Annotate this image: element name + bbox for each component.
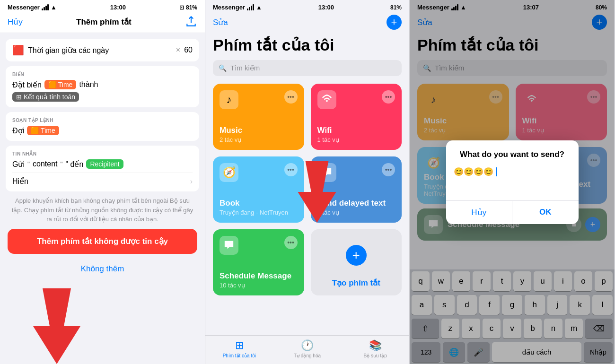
cursor-p3 (496, 167, 499, 176)
wait-content: Đợi 🟧 Time (12, 126, 193, 135)
page-title-p2: Phím tắt của tôi (205, 34, 409, 60)
tab-shortcuts-icon: ⊞ (235, 339, 244, 352)
var-time: Time (58, 81, 73, 88)
wifi-menu-btn[interactable]: ••• (382, 90, 395, 104)
schedule-card-icon (220, 236, 238, 255)
panel-1: Messenger ▲ 13:00 ⊡ 81% Hủy Thêm phím tắ… (0, 0, 205, 364)
card-schedule-p2[interactable]: ••• Schedule Message 10 tác vụ (213, 229, 304, 295)
card-wifi-p2[interactable]: ••• Wifi 1 tác vụ (311, 84, 402, 150)
calc-label: Kết quả tính toán (24, 93, 75, 101)
days-x: × (176, 46, 180, 54)
cancel-button-p1[interactable]: Hủy (8, 17, 23, 27)
dialog-cancel-btn-p3[interactable]: Hủy (446, 201, 513, 224)
scroll-content-p1: 🟥 Thời gian giữa các ngày × 60 BIẾN Đặt … (0, 33, 205, 364)
music-menu-btn[interactable]: ••• (284, 90, 298, 104)
dialog-ok-btn-p3[interactable]: OK (512, 201, 579, 224)
tab-collection-p2[interactable]: 📚 Bộ sưu tập (341, 339, 409, 358)
book-menu-btn[interactable]: ••• (284, 163, 298, 176)
navbar-p1: Hủy Thêm phím tắt (0, 13, 205, 33)
variable-block: BIẾN Đặt biến 🟧 Time thành ⊞ Kết quả tín… (6, 66, 199, 107)
script-section-label: SOẠN TẬP LỆNH (12, 118, 193, 123)
send-pre: Gửi (12, 160, 25, 169)
battery-p2: 81% (390, 4, 402, 11)
carrier-p1: Messenger (8, 4, 40, 11)
nav-title-p1: Thêm phím tắt (76, 17, 132, 27)
send-menu-btn[interactable]: ••• (382, 163, 395, 176)
time-p2: 13:00 (318, 4, 334, 11)
navbar-p2: Sửa + (205, 13, 409, 34)
add-untrusted-button[interactable]: Thêm phím tắt không được tin cậy (8, 229, 197, 254)
dialog-box-p3: What do you want to send? 😊😊😊😊 Hủy OK (446, 140, 579, 224)
book-card-icon: 🧭 (220, 163, 238, 182)
script-block: SOẠN TẬP LỆNH Đợi 🟧 Time (6, 112, 199, 141)
schedule-card-subtitle: 10 tác vụ (220, 282, 298, 289)
status-left-p2: Messenger ▲ (213, 4, 262, 11)
dialog-overlay-p3: What do you want to send? 😊😊😊😊 Hủy OK (410, 0, 615, 364)
add-icon-p2: + (391, 16, 397, 28)
dialog-content-p3: 😊😊😊😊 (454, 167, 493, 176)
send-card-icon (317, 163, 336, 182)
calc-badge: ⊞ Kết quả tính toán (12, 92, 79, 102)
schedule-menu-btn[interactable]: ••• (284, 236, 298, 249)
panel-3: Messenger ▲ 13:07 80% Sửa + Phím tắt của… (410, 0, 615, 364)
share-icon-p1[interactable] (185, 16, 197, 28)
status-left-p1: Messenger ▲ (8, 4, 57, 11)
create-add-btn[interactable]: + (346, 245, 367, 266)
dialog-buttons-p3: Hủy OK (446, 201, 579, 224)
wait-var: Time (41, 127, 55, 134)
card-create-p2[interactable]: + Tạo phím tắt (311, 229, 402, 295)
warning-text-p1: Apple khuyến khích bạn không chạy phím t… (6, 196, 199, 224)
music-card-subtitle: 2 tác vụ (220, 136, 298, 143)
tab-automation-label: Tự động hóa (294, 353, 321, 358)
no-add-button[interactable]: Không thêm (6, 259, 199, 279)
add-button-p2[interactable]: + (387, 15, 402, 30)
content-text: content (33, 160, 57, 168)
tab-automation-icon: 🕐 (301, 339, 314, 352)
book-card-name: Book (220, 199, 298, 208)
variable-section-label: BIẾN (12, 72, 193, 77)
edit-button-p2[interactable]: Sửa (213, 17, 228, 27)
dialog-input-p3[interactable]: 😊😊😊😊 (446, 163, 579, 201)
recipient-badge: Recipitent (86, 159, 123, 169)
message-section-label: TIN NHẮN (12, 151, 193, 156)
status-right-p2: 81% (390, 4, 402, 11)
chevron-right-icon[interactable]: › (190, 177, 193, 186)
calc-icon: ⊞ (16, 93, 22, 101)
message-block: TIN NHẮN Gửi " content " " đến Recipiten… (6, 146, 199, 191)
var-pre: Đặt biến (12, 80, 42, 89)
carrier-p2: Messenger (213, 4, 245, 11)
variable-content: Đặt biến 🟧 Time thành (12, 80, 193, 89)
search-placeholder-p2: Tìm kiếm (230, 64, 260, 72)
wifi-card-name: Wifi (317, 126, 395, 135)
card-music-p2[interactable]: ♪ ••• Music 2 tác vụ (213, 84, 304, 150)
calendar-icon: 🟥 (12, 44, 24, 56)
var-post: thành (79, 80, 98, 89)
wifi-icon-p2: ▲ (256, 4, 262, 11)
tab-bar-p2: ⊞ Phím tắt của tôi 🕐 Tự động hóa 📚 Bộ sư… (205, 335, 409, 364)
var-x-icon: 🟧 (48, 81, 56, 88)
status-bar-p1: Messenger ▲ 13:00 ⊡ 81% (0, 0, 205, 13)
send-card-subtitle: 9 tác vụ (317, 209, 395, 216)
time-variable-badge: 🟧 Time (44, 80, 77, 89)
days-label: Thời gian giữa các ngày (28, 46, 172, 55)
battery-p1: 81% (186, 4, 197, 11)
recipient-text: Recipitent (90, 160, 119, 168)
tab-my-shortcuts-p2[interactable]: ⊞ Phím tắt của tôi (205, 339, 273, 358)
days-num: 60 (184, 46, 193, 54)
show-label: Hiển (12, 177, 28, 186)
battery-icon-p1: ⊡ (179, 4, 184, 11)
music-card-icon: ♪ (220, 90, 238, 109)
tab-collection-icon: 📚 (369, 339, 382, 352)
search-bar-p2[interactable]: 🔍 Tìm kiếm (213, 60, 402, 76)
tab-automation-p2[interactable]: 🕐 Tự động hóa (273, 339, 342, 358)
send-content: Gửi " content " " đến Recipitent Hiển › (12, 159, 193, 186)
tab-shortcuts-label: Phím tắt của tôi (223, 353, 256, 358)
wifi-card-icon (317, 90, 336, 109)
wait-pre: Đợi (12, 126, 24, 135)
create-card-name: Tạo phím tắt (332, 278, 380, 288)
schedule-card-name: Schedule Message (220, 271, 298, 281)
content-end-quote: " (60, 160, 62, 168)
status-bar-p2: Messenger ▲ 13:00 81% (205, 0, 409, 13)
card-send-delayed-p2[interactable]: ••• Send delayed text 9 tác vụ (311, 156, 402, 223)
card-book-p2[interactable]: 🧭 ••• Book Truyện đang - NetTruyen (213, 156, 304, 223)
